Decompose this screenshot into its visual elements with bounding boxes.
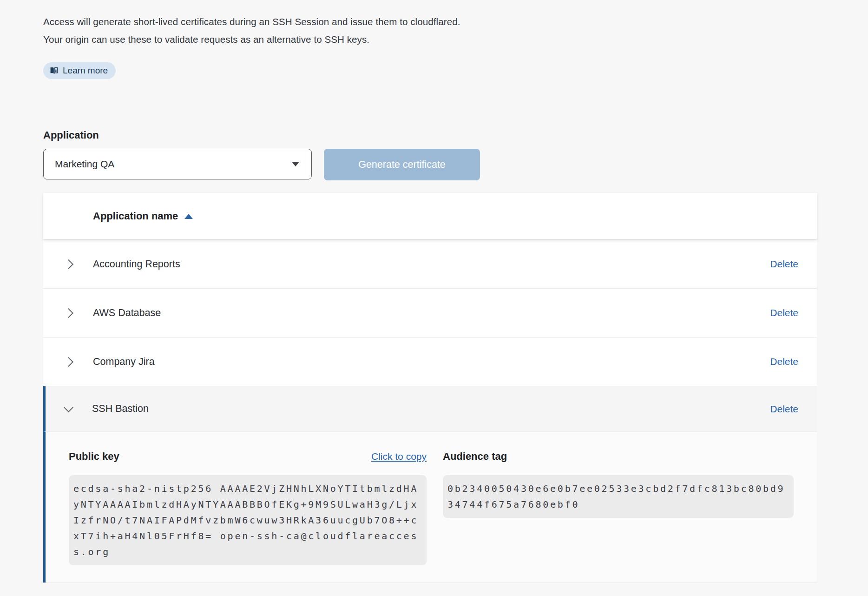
application-name: Company Jira <box>93 356 770 368</box>
public-key-value[interactable]: ecdsa-sha2-nistp256 AAAAE2VjZHNhLXNoYTIt… <box>69 475 427 565</box>
click-to-copy-link[interactable]: Click to copy <box>371 451 427 462</box>
application-select-value: Marketing QA <box>55 159 114 170</box>
chevron-down-icon[interactable] <box>64 403 73 412</box>
sort-ascending-triangle-icon[interactable] <box>184 214 193 219</box>
applications-table: Application name Accounting Reports Dele… <box>43 193 817 583</box>
page-description: Access will generate short-lived certifi… <box>43 13 478 48</box>
caret-down-icon <box>292 162 299 166</box>
application-label: Application <box>43 129 868 141</box>
delete-link[interactable]: Delete <box>770 404 798 415</box>
application-name-column-header[interactable]: Application name <box>93 210 178 222</box>
ssh-bastion-details-panel: Public key Click to copy ecdsa-sha2-nist… <box>43 431 817 583</box>
ssh-certificates-page: Access will generate short-lived certifi… <box>0 0 868 596</box>
application-name: SSH Bastion <box>92 403 770 415</box>
public-key-column: Public key Click to copy ecdsa-sha2-nist… <box>69 450 427 583</box>
audience-tag-column: Audience tag 0b2340050430e6e0b7ee02533e3… <box>443 450 794 583</box>
delete-link[interactable]: Delete <box>770 307 798 318</box>
table-header-row: Application name <box>43 193 817 239</box>
book-icon <box>49 66 59 75</box>
table-row-company-jira[interactable]: Company Jira Delete <box>43 337 817 386</box>
application-name: Accounting Reports <box>93 258 770 270</box>
delete-link[interactable]: Delete <box>770 258 798 270</box>
audience-tag-label: Audience tag <box>443 450 507 463</box>
table-row-ssh-bastion[interactable]: SSH Bastion Delete <box>43 386 817 431</box>
application-select[interactable]: Marketing QA <box>43 149 312 179</box>
audience-tag-value[interactable]: 0b2340050430e6e0b7ee02533e3cbd2f7dfc813b… <box>443 475 794 518</box>
table-row-accounting-reports[interactable]: Accounting Reports Delete <box>43 239 817 288</box>
learn-more-button[interactable]: Learn more <box>43 62 116 79</box>
generate-certificate-button[interactable]: Generate certificate <box>324 149 480 180</box>
delete-link[interactable]: Delete <box>770 356 798 367</box>
chevron-right-icon[interactable] <box>64 259 73 269</box>
table-row-aws-database[interactable]: AWS Database Delete <box>43 288 817 337</box>
certificate-controls: Marketing QA Generate certificate <box>43 149 868 180</box>
application-name: AWS Database <box>93 307 770 319</box>
chevron-right-icon[interactable] <box>64 357 73 366</box>
chevron-right-icon[interactable] <box>64 308 73 318</box>
public-key-label: Public key <box>69 450 119 463</box>
learn-more-label: Learn more <box>63 66 108 76</box>
